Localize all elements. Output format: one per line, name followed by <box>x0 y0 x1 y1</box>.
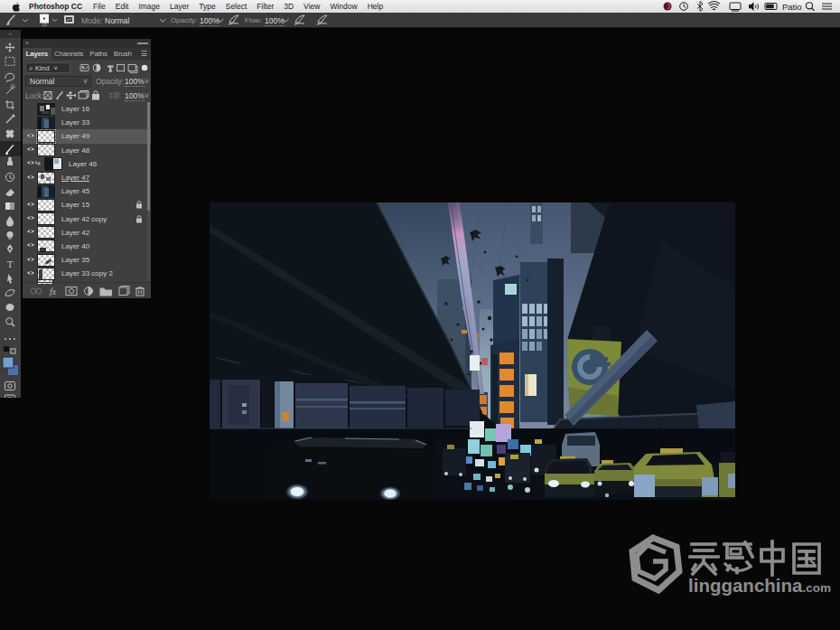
svg-text:Patio: Patio <box>782 2 802 12</box>
svg-text:15: 15 <box>42 22 47 27</box>
svg-text:lingganchina.com: lingganchina.com <box>688 575 831 596</box>
svg-text:fx: fx <box>50 287 57 296</box>
svg-text:T: T <box>7 259 14 269</box>
svg-text:T: T <box>108 64 114 73</box>
